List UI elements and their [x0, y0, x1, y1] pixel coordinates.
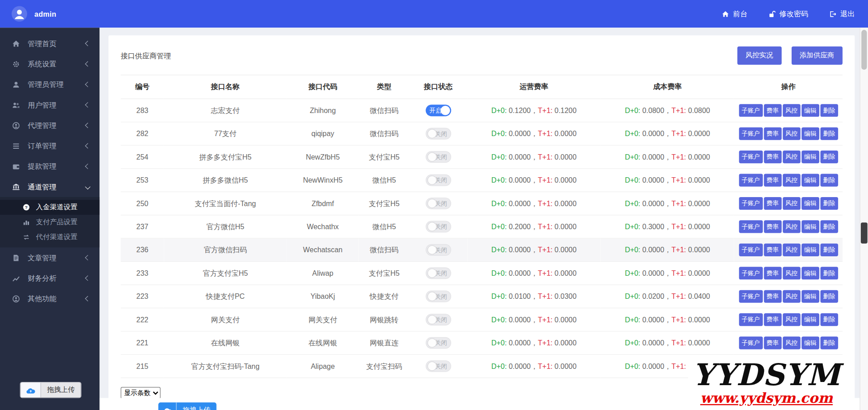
row-action-button[interactable]: 删除: [820, 313, 838, 326]
row-action-button[interactable]: 删除: [820, 267, 838, 279]
row-action-button[interactable]: 编辑: [802, 127, 819, 140]
row-action-button[interactable]: 编辑: [802, 313, 819, 326]
row-action-button[interactable]: 费率: [764, 151, 781, 163]
row-action-button[interactable]: 子账户: [739, 267, 763, 279]
row-action-button[interactable]: 费率: [764, 220, 781, 233]
risk-live-button[interactable]: 风控实况: [737, 47, 781, 65]
row-action-button[interactable]: 编辑: [802, 267, 819, 279]
row-action-button[interactable]: 编辑: [802, 244, 819, 256]
user-avatar-icon[interactable]: [11, 5, 28, 22]
scrollbar-track[interactable]: [860, 28, 868, 410]
row-action-button[interactable]: 风控: [783, 336, 800, 349]
status-toggle[interactable]: 关闭: [425, 360, 451, 372]
status-toggle[interactable]: 关闭: [425, 221, 451, 233]
sidebar-item[interactable]: 财务分析: [0, 268, 99, 288]
sidebar-item[interactable]: 系统设置: [0, 54, 99, 74]
row-action-button[interactable]: 费率: [764, 313, 781, 326]
sidebar-item[interactable]: 管理员管理: [0, 74, 99, 94]
row-action-button[interactable]: 子账户: [739, 104, 763, 117]
row-action-button[interactable]: 删除: [820, 244, 838, 256]
row-action-button[interactable]: 费率: [764, 267, 781, 279]
sidebar-item[interactable]: 文章管理: [0, 247, 99, 268]
row-action-button[interactable]: 风控: [783, 151, 800, 163]
row-action-button[interactable]: 风控: [783, 290, 800, 303]
row-action-button[interactable]: 编辑: [802, 151, 819, 163]
status-toggle[interactable]: 关闭: [425, 314, 451, 325]
row-action-button[interactable]: 子账户: [739, 174, 763, 186]
row-action-button[interactable]: 风控: [783, 267, 800, 279]
row-action-button[interactable]: 风控: [783, 127, 800, 140]
row-action-button[interactable]: 风控: [783, 174, 800, 186]
toggle-knob: [427, 245, 437, 254]
row-action-button[interactable]: 费率: [764, 104, 781, 117]
row-action-button[interactable]: 风控: [783, 220, 800, 233]
row-action-button[interactable]: 子账户: [739, 244, 763, 256]
sidebar-item[interactable]: 通道管理: [0, 177, 99, 197]
row-action-button[interactable]: 编辑: [802, 336, 819, 349]
row-action-button[interactable]: 费率: [764, 244, 781, 256]
nav-frontend[interactable]: 前台: [722, 9, 747, 19]
row-action-button[interactable]: 子账户: [739, 197, 763, 210]
row-action-button[interactable]: 风控: [783, 197, 800, 210]
row-action-button[interactable]: 删除: [820, 174, 838, 186]
row-action-button[interactable]: 编辑: [802, 220, 819, 233]
row-action-button[interactable]: 子账户: [739, 290, 763, 303]
row-action-button[interactable]: 删除: [820, 336, 838, 349]
row-action-button[interactable]: 风控: [783, 244, 800, 256]
row-action-button[interactable]: 子账户: [739, 220, 763, 233]
sidebar-item[interactable]: 用户管理: [0, 94, 99, 115]
page-size-select[interactable]: 显示条数: [121, 387, 160, 399]
row-action-button[interactable]: 子账户: [739, 127, 763, 140]
status-toggle[interactable]: 关闭: [425, 244, 451, 256]
row-action-button[interactable]: 编辑: [802, 174, 819, 186]
sidebar-item[interactable]: 管理首页: [0, 33, 99, 53]
status-toggle[interactable]: 关闭: [425, 198, 451, 209]
row-name: 网关支付: [164, 308, 287, 331]
toggle-knob: [427, 362, 437, 371]
row-action-button[interactable]: 子账户: [739, 336, 763, 349]
row-action-button[interactable]: 编辑: [802, 104, 819, 117]
row-action-button[interactable]: 费率: [764, 197, 781, 210]
row-action-button[interactable]: 费率: [764, 290, 781, 303]
sidebar-item[interactable]: 提款管理: [0, 156, 99, 176]
sidebar-upload-button[interactable]: 拖拽上传: [20, 382, 81, 398]
row-action-button[interactable]: 费率: [764, 174, 781, 186]
status-toggle[interactable]: 关闭: [425, 337, 451, 349]
row-action-button[interactable]: 删除: [820, 197, 838, 210]
sidebar-subitem[interactable]: 代付渠道设置: [0, 230, 99, 245]
row-action-button[interactable]: 删除: [820, 290, 838, 303]
status-toggle[interactable]: 关闭: [425, 151, 451, 163]
sidebar-subitem[interactable]: ?入金渠道设置: [0, 200, 99, 215]
row-action-button[interactable]: 子账户: [739, 313, 763, 326]
row-action-button[interactable]: 编辑: [802, 290, 819, 303]
row-action-button[interactable]: 删除: [820, 151, 838, 163]
scrollbar-thumb[interactable]: [861, 30, 867, 70]
row-action-button[interactable]: 子账户: [739, 151, 763, 163]
row-action-button[interactable]: 删除: [820, 127, 838, 140]
row-action-button[interactable]: 风控: [783, 104, 800, 117]
row-id: 254: [121, 145, 164, 168]
chevron-left-icon: [85, 82, 90, 87]
row-action-button[interactable]: 风控: [783, 313, 800, 326]
row-action-button[interactable]: 费率: [764, 336, 781, 349]
status-toggle[interactable]: 开启: [425, 104, 451, 116]
nav-logout[interactable]: 退出: [829, 9, 854, 19]
nav-change-password[interactable]: 修改密码: [769, 9, 808, 19]
sidebar-item[interactable]: 其他功能: [0, 288, 99, 309]
row-action-button[interactable]: 费率: [764, 127, 781, 140]
add-supplier-button[interactable]: 添加供应商: [791, 47, 842, 65]
row-action-button[interactable]: 删除: [820, 220, 838, 233]
status-toggle[interactable]: 关闭: [425, 174, 451, 186]
status-toggle[interactable]: 关闭: [425, 128, 451, 140]
row-code: Wechathx: [287, 215, 359, 238]
side-dark-widget[interactable]: [861, 222, 868, 244]
sidebar-item[interactable]: 代理管理: [0, 115, 99, 136]
status-toggle[interactable]: 关闭: [425, 291, 451, 302]
footer-upload-button[interactable]: 拖拽上传: [158, 402, 217, 410]
sidebar-item[interactable]: 订单管理: [0, 136, 99, 156]
row-type: 微信扫码: [359, 238, 410, 261]
status-toggle[interactable]: 关闭: [425, 267, 451, 279]
sidebar-subitem[interactable]: 支付产品设置: [0, 215, 99, 230]
row-action-button[interactable]: 编辑: [802, 197, 819, 210]
row-action-button[interactable]: 删除: [820, 104, 838, 117]
